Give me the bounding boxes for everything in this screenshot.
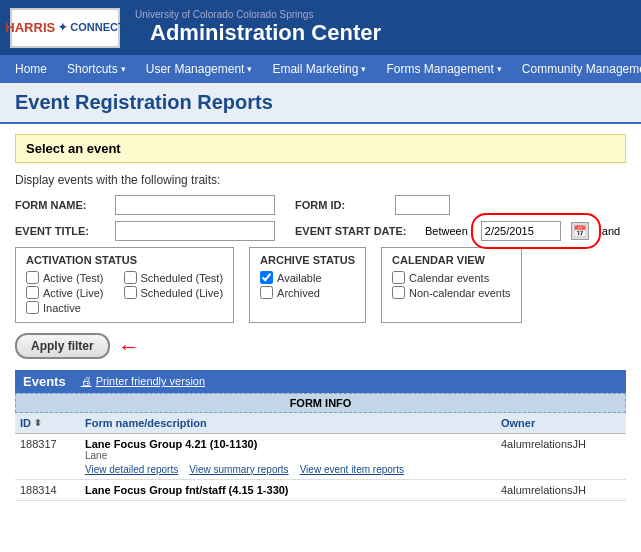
page-title-bar: Event Registration Reports [0,83,641,124]
scheduled-live-row: Scheduled (Live) [124,286,224,299]
apply-filter-button[interactable]: Apply filter [15,333,110,359]
event-title-input[interactable] [115,221,275,241]
active-live-checkbox[interactable] [26,286,39,299]
active-live-row: Active (Live) [26,286,104,299]
nav-home[interactable]: Home [5,58,57,80]
active-test-checkbox[interactable] [26,271,39,284]
archived-label: Archived [277,287,320,299]
navbar: Home Shortcuts ▾ User Management ▾ Email… [0,55,641,83]
scheduled-test-row: Scheduled (Test) [124,271,224,284]
logo-area: HARRIS ✦ CONNECT [10,8,120,48]
form-info-header: FORM INFO [15,393,626,413]
row1-form: Lane Focus Group 4.21 (10-1130) Lane Vie… [85,438,501,475]
scheduled-test-checkbox[interactable] [124,271,137,284]
app-title: Administration Center [150,20,381,46]
row1-id: 188317 [20,438,85,475]
col-form-label: Form name/description [85,417,207,429]
id-sort-icon[interactable]: ⬍ [34,418,42,428]
form-name-input[interactable] [115,195,275,215]
col-owner-label: Owner [501,417,535,429]
nav-email-marketing-label: Email Marketing [272,62,358,76]
calendar-events-row: Calendar events [392,271,511,284]
logo: HARRIS ✦ CONNECT [10,8,120,48]
checkboxes-area: ACTIVATION STATUS Active (Test) Active (… [15,247,626,323]
archived-checkbox[interactable] [260,286,273,299]
active-live-label: Active (Live) [43,287,104,299]
nav-user-management[interactable]: User Management ▾ [136,58,263,80]
shortcuts-arrow-icon: ▾ [121,64,126,74]
event-start-date-label: EVENT START DATE: [295,225,415,237]
col-header-form[interactable]: Form name/description [85,417,501,429]
scheduled-live-checkbox[interactable] [124,286,137,299]
row2-owner: 4alumrelationsJH [501,484,621,496]
nav-community-management[interactable]: Community Management ▾ [512,58,641,80]
archive-status-title: ARCHIVE STATUS [260,254,355,266]
row1-owner: 4alumrelationsJH [501,438,621,475]
events-header-label: Events [23,374,66,389]
form-name-row: FORM NAME: FORM ID: [15,195,626,215]
form-id-input[interactable] [395,195,450,215]
calendar-view-title: CALENDAR VIEW [392,254,511,266]
row1-form-name: Lane Focus Group 4.21 (10-1130) [85,438,257,450]
page-title: Event Registration Reports [15,91,626,114]
non-calendar-events-label: Non-calendar events [409,287,511,299]
header: HARRIS ✦ CONNECT University of Colorado … [0,0,641,55]
active-test-label: Active (Test) [43,272,104,284]
available-checkbox[interactable] [260,271,273,284]
event-title-label: EVENT TITLE: [15,225,105,237]
event-title-row: EVENT TITLE: EVENT START DATE: Between 2… [15,221,626,241]
nav-email-marketing[interactable]: Email Marketing ▾ [262,58,376,80]
select-event-header: Select an event [15,134,626,163]
calendar-events-label: Calendar events [409,272,489,284]
scheduled-test-label: Scheduled (Test) [141,272,224,284]
row2-form: Lane Focus Group fnt/staff (4.15 1-330) [85,484,501,496]
events-section: Events 🖨 Printer friendly version FORM I… [15,370,626,501]
events-header: Events 🖨 Printer friendly version [15,370,626,393]
printer-icon: 🖨 [81,375,92,387]
content-area: Select an event Display events with the … [0,124,641,511]
activation-status-title: ACTIVATION STATUS [26,254,223,266]
nav-forms-management[interactable]: Forms Management ▾ [376,58,511,80]
available-row: Available [260,271,355,284]
row1-form-links: View detailed reports View summary repor… [85,463,501,475]
scheduled-live-label: Scheduled (Live) [141,287,224,299]
nav-shortcuts[interactable]: Shortcuts ▾ [57,58,136,80]
nav-forms-management-label: Forms Management [386,62,493,76]
row1-view-summary-link[interactable]: View summary reports [189,464,288,475]
available-label: Available [277,272,321,284]
col-header-id[interactable]: ID ⬍ [20,417,85,429]
archive-status-group: ARCHIVE STATUS Available Archived [249,247,366,323]
table-row: 188314 Lane Focus Group fnt/staff (4.15 … [15,480,626,501]
university-name: University of Colorado Colorado Springs [135,9,381,20]
non-calendar-events-row: Non-calendar events [392,286,511,299]
row2-form-name: Lane Focus Group fnt/staff (4.15 1-330) [85,484,289,496]
inactive-row: Inactive [26,301,104,314]
nav-community-management-label: Community Management [522,62,641,76]
filter-description: Display events with the following traits… [15,173,626,187]
archived-row: Archived [260,286,355,299]
col-header-owner[interactable]: Owner [501,417,621,429]
start-date-input[interactable]: 2/25/2015 [481,221,561,241]
printer-link-text: Printer friendly version [96,375,205,387]
apply-filter-area: Apply filter ← [15,333,626,360]
calendar-events-checkbox[interactable] [392,271,405,284]
row2-id: 188314 [20,484,85,496]
row1-view-event-items-link[interactable]: View event item reports [300,464,404,475]
table-row: 188317 Lane Focus Group 4.21 (10-1130) L… [15,434,626,480]
active-test-row: Active (Test) [26,271,104,284]
row1-view-detailed-link[interactable]: View detailed reports [85,464,178,475]
calendar-view-group: CALENDAR VIEW Calendar events Non-calend… [381,247,522,323]
col-id-label: ID [20,417,31,429]
activation-status-group: ACTIVATION STATUS Active (Test) Active (… [15,247,234,323]
nav-shortcuts-label: Shortcuts [67,62,118,76]
inactive-label: Inactive [43,302,81,314]
forms-arrow-icon: ▾ [497,64,502,74]
table-header-row: ID ⬍ Form name/description Owner [15,413,626,434]
between-label: Between [425,225,468,237]
printer-friendly-link[interactable]: 🖨 Printer friendly version [81,375,205,387]
form-name-label: FORM NAME: [15,199,105,211]
inactive-checkbox[interactable] [26,301,39,314]
calendar-icon[interactable]: 📅 [571,222,589,240]
user-mgmt-arrow-icon: ▾ [247,64,252,74]
non-calendar-events-checkbox[interactable] [392,286,405,299]
